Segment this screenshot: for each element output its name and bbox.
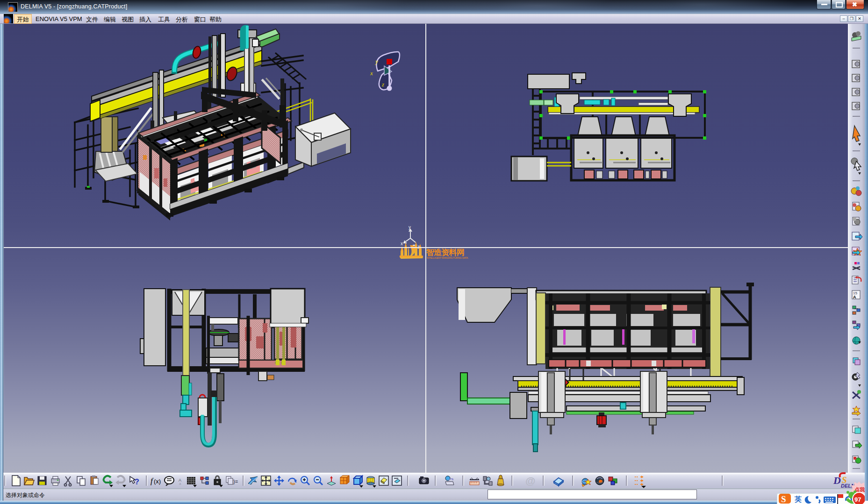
svg-text:f: f bbox=[151, 476, 154, 485]
svg-text:智造资料网: 智造资料网 bbox=[426, 248, 464, 257]
svg-text:INTELLIGENT MANUFACTURING DATA: INTELLIGENT MANUFACTURING DATA bbox=[427, 256, 468, 259]
svg-text:D: D bbox=[833, 475, 841, 486]
svg-text:97: 97 bbox=[854, 496, 861, 503]
svg-text:(x): (x) bbox=[154, 478, 161, 485]
svg-text:y: y bbox=[409, 225, 411, 230]
svg-text:@: @ bbox=[525, 475, 535, 487]
svg-text:x: x bbox=[401, 241, 403, 246]
svg-text:英: 英 bbox=[794, 495, 802, 503]
svg-text:x: x bbox=[370, 70, 373, 77]
svg-text:y: y bbox=[374, 58, 378, 65]
svg-text:A: A bbox=[853, 295, 856, 299]
svg-text:z: z bbox=[381, 81, 384, 88]
svg-text:a: a bbox=[179, 482, 181, 486]
svg-text:S: S bbox=[781, 494, 786, 504]
svg-text:?: ? bbox=[135, 478, 139, 486]
svg-text:}=: }= bbox=[233, 479, 238, 484]
